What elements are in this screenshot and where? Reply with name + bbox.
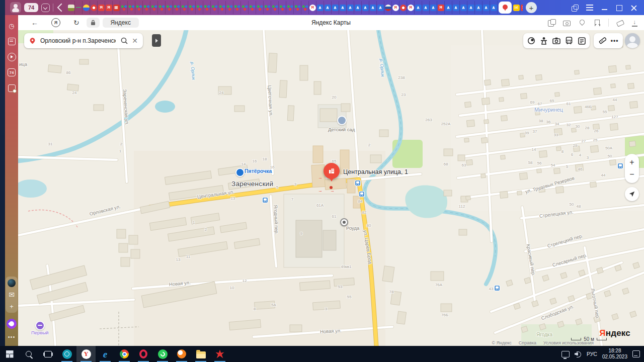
more-options-icon[interactable]: ••• <box>610 36 619 45</box>
panoramas-icon[interactable] <box>539 36 548 45</box>
volume-icon[interactable] <box>575 351 582 357</box>
browser-tab[interactable] <box>166 1 173 14</box>
tab-counter-icon[interactable]: 74 <box>7 67 17 77</box>
help-link[interactable]: Справка <box>519 340 536 345</box>
browser-tab[interactable]: ∧ <box>347 1 354 14</box>
browser-tab[interactable]: ∧ <box>377 1 384 14</box>
browser-tab[interactable] <box>196 1 203 14</box>
browser-tab[interactable]: ∧ <box>362 1 369 14</box>
add-icon[interactable]: + <box>7 301 17 311</box>
zoom-in-button[interactable]: + <box>625 158 639 166</box>
back-button[interactable]: ← <box>31 19 38 26</box>
history-icon[interactable]: ◷ <box>7 21 17 31</box>
notifications-icon[interactable] <box>632 350 640 357</box>
browser-tab[interactable]: — <box>75 1 83 14</box>
browser-tab[interactable] <box>286 1 294 14</box>
browser-tab[interactable]: ∧ <box>482 1 490 14</box>
browser-tab[interactable] <box>150 1 158 14</box>
display-icon[interactable] <box>561 351 570 357</box>
language-indicator[interactable]: РУС <box>587 351 597 357</box>
browser-tab[interactable]: ∧ <box>460 1 467 14</box>
browser-tab[interactable] <box>120 1 128 14</box>
browser-tab[interactable] <box>211 1 218 14</box>
browser-tab[interactable]: Я <box>309 1 316 14</box>
expand-panel-button[interactable] <box>152 34 161 47</box>
maximize-button[interactable] <box>616 5 622 11</box>
side-panel-icon[interactable] <box>572 5 578 11</box>
browser-tab[interactable] <box>226 1 233 14</box>
chevron-down-icon[interactable] <box>41 4 50 12</box>
widgets-icon[interactable] <box>577 36 586 45</box>
magnifier-icon[interactable] <box>120 37 128 45</box>
browser-tab[interactable] <box>173 1 181 14</box>
browser-tab[interactable]: ∧ <box>490 1 498 14</box>
browser-tab[interactable]: ∧ <box>339 1 347 14</box>
taskbar-ie-button[interactable]: e <box>96 346 115 362</box>
terms-link[interactable]: Условия использования <box>543 340 594 345</box>
geo-pin-icon[interactable] <box>578 19 586 27</box>
close-icon[interactable]: ✕ <box>132 37 138 44</box>
pin-balloon-label[interactable]: Центральная улица, 1 <box>343 168 408 175</box>
taskbar-yandex-browser-button[interactable]: Y <box>76 346 96 362</box>
selected-place-pin[interactable] <box>324 163 340 179</box>
browser-tab[interactable]: ∧ <box>354 1 362 14</box>
new-tab-button[interactable]: + <box>526 2 537 13</box>
browser-tab[interactable]: ∧ <box>430 1 437 14</box>
kindergarten-poi-icon[interactable] <box>337 116 347 125</box>
video-icon[interactable] <box>7 52 17 62</box>
geolocate-button[interactable] <box>625 187 639 201</box>
browser-tab[interactable] <box>233 1 241 14</box>
browser-tab[interactable]: ∧ <box>332 1 339 14</box>
browser-tab[interactable]: ▦ <box>113 1 120 14</box>
browser-tab[interactable] <box>135 1 143 14</box>
photos-icon[interactable] <box>552 36 561 45</box>
transport-icon[interactable] <box>565 36 574 45</box>
taskbar-task-view-button[interactable] <box>38 346 57 362</box>
browser-tab[interactable] <box>249 1 256 14</box>
browser-tab[interactable]: ∧ <box>369 1 377 14</box>
browser-tab[interactable] <box>218 1 226 14</box>
camera-icon[interactable] <box>563 19 571 27</box>
taskbar-search-button[interactable] <box>19 346 38 362</box>
taskbar-start-button[interactable] <box>0 346 19 362</box>
browser-tab[interactable] <box>181 1 188 14</box>
browser-tab[interactable]: ∧ <box>324 1 332 14</box>
browser-tab[interactable]: ✉ <box>513 1 520 14</box>
browser-tab[interactable] <box>384 1 392 14</box>
screenshot-icon[interactable] <box>7 83 17 93</box>
minimize-button[interactable] <box>601 5 608 11</box>
scroll-tabs-left-icon[interactable] <box>57 4 66 12</box>
split-view-icon[interactable] <box>548 19 555 27</box>
browser-tab[interactable] <box>158 1 166 14</box>
browser-tab[interactable] <box>128 1 135 14</box>
profile-avatar-icon[interactable] <box>10 2 21 13</box>
zoom-out-button[interactable]: − <box>625 170 639 178</box>
browser-tab[interactable]: Я <box>392 1 399 14</box>
user-avatar[interactable] <box>625 33 640 48</box>
download-icon[interactable] <box>631 19 639 27</box>
browser-tab[interactable]: ∧ <box>475 1 482 14</box>
taskbar-red-app-button[interactable] <box>210 346 229 362</box>
browser-tab[interactable] <box>203 1 211 14</box>
browser-tab[interactable]: ∧ <box>316 1 324 14</box>
active-tab-yandex-maps[interactable] <box>499 2 512 14</box>
browser-tab[interactable] <box>188 1 196 14</box>
taskbar-explorer-button[interactable] <box>191 346 210 362</box>
more-icon[interactable]: ••• <box>7 332 17 342</box>
lock-icon[interactable] <box>87 18 100 28</box>
bookmark-icon[interactable] <box>593 19 601 27</box>
tag-icon[interactable] <box>616 19 624 27</box>
browser-tab[interactable]: ∧ <box>467 1 475 14</box>
pervyi-poi-icon[interactable] <box>35 321 45 330</box>
browser-tab[interactable]: Я <box>520 1 523 14</box>
search-input[interactable] <box>39 37 117 45</box>
browser-tab[interactable] <box>301 1 309 14</box>
close-button[interactable] <box>630 5 637 11</box>
tab-counter-badge[interactable]: 74 <box>24 3 38 12</box>
yandex-home-icon[interactable]: Я <box>51 18 60 27</box>
mail-icon[interactable]: ✉ <box>7 290 17 300</box>
address-host[interactable]: Яндекс <box>103 18 139 28</box>
refresh-button[interactable]: ↻ <box>73 19 79 26</box>
browser-tab[interactable]: ∧ <box>422 1 430 14</box>
alice-icon[interactable] <box>7 319 17 329</box>
